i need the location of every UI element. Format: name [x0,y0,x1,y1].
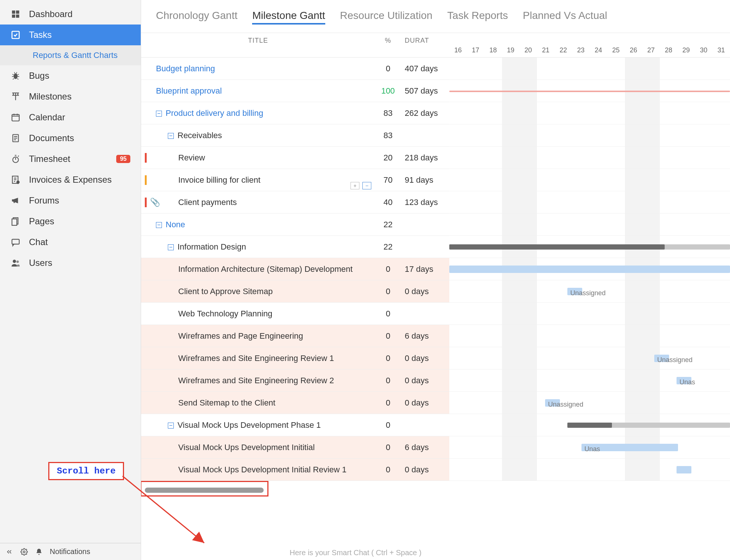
row-title: Wireframes and Site Engineering Review 2 [141,376,375,385]
gantt-task-bar[interactable] [677,466,691,473]
gantt-day: 16 [449,46,467,54]
sidebar-subitem-reports[interactable]: Reports & Gantt Charts [0,45,141,65]
calendar-icon [10,113,21,122]
tab-task-reports[interactable]: Task Reports [447,10,508,25]
sidebar-item-pages[interactable]: Pages [0,211,141,232]
gantt-task-bar[interactable] [677,377,691,384]
table-row[interactable]: −Product delivery and billing83262 days [141,102,449,124]
gantt-row [449,459,730,481]
collapse-icon[interactable]: − [168,423,174,429]
table-row[interactable]: Invoice billing for client+−7091 days [141,169,449,191]
table-row[interactable]: Client to Approve Sitemap00 days [141,280,449,303]
table-row[interactable]: Send Sitemap to the Client00 days [141,392,449,414]
collapse-icon[interactable]: − [156,111,162,117]
pages-icon [10,216,21,226]
svg-rect-13 [12,219,17,225]
row-title: −Visual Mock Ups Development Phase 1 [141,420,375,430]
row-duration: 0 days [401,376,449,385]
chat-icon [10,237,21,247]
gantt-day: 27 [642,46,660,54]
notifications-label[interactable]: Notifications [50,547,90,556]
col-title: TITLE [141,37,375,45]
sidebar-item-dashboard[interactable]: Dashboard [0,4,141,25]
gantt-day: 22 [555,46,572,54]
svg-rect-6 [12,114,19,121]
table-row[interactable]: Information Architecture (Sitemap) Devel… [141,258,449,280]
tab-resource-utilization[interactable]: Resource Utilization [340,10,433,25]
sidebar-item-bugs[interactable]: Bugs [0,65,141,86]
table-row[interactable]: −Information Design22 [141,236,449,258]
collapse-icon[interactable]: − [156,222,162,228]
horizontal-scrollbar[interactable] [145,488,264,493]
collapse-icon[interactable]: − [168,244,174,250]
priority-mark [145,153,147,163]
row-pct: 100 [375,86,401,96]
sidebar-item-chat[interactable]: Chat [0,232,141,253]
table-row[interactable]: Visual Mock Ups Development Inititial06 … [141,436,449,459]
gantt-bar [449,91,730,92]
row-title: Information Architecture (Sitemap) Devel… [141,264,375,274]
gantt-chart[interactable]: 16171819202122232425262728293031 [449,33,730,560]
table-row[interactable]: −Visual Mock Ups Development Phase 10 [141,414,449,436]
table-row[interactable]: Wireframes and Page Engineering06 days [141,325,449,347]
row-duration: 0 days [401,465,449,475]
row-duration: 0 days [401,354,449,363]
sidebar-item-users[interactable]: Users [0,253,141,273]
collapse-icon[interactable] [5,548,13,556]
sidebar-item-label: Documents [29,133,74,143]
gantt-task-bar[interactable] [545,399,560,407]
sidebar-item-label: Dashboard [29,9,72,19]
gantt-row [449,436,730,459]
row-pct: 0 [375,64,401,74]
table-row[interactable]: Web Technology Planning0 [141,303,449,325]
collapse-icon[interactable]: − [168,133,174,139]
priority-mark [145,198,147,207]
table-row[interactable]: Wireframes and Site Engineering Review 2… [141,369,449,392]
table-row[interactable]: −Receivables83 [141,124,449,147]
sidebar-item-calendar[interactable]: Calendar [0,107,141,128]
gantt-task-bar[interactable] [581,444,678,451]
gantt-task-bar[interactable] [654,355,669,362]
sidebar-item-tasks[interactable]: Tasks [0,25,141,45]
sidebar-item-forums[interactable]: Forums [0,190,141,211]
gantt-task-bar[interactable] [567,288,582,295]
sidebar-item-milestones[interactable]: Milestones [0,86,141,107]
smart-chat-hint[interactable]: Here is your Smart Chat ( Ctrl + Space ) [290,548,421,557]
gantt-day: 19 [502,46,519,54]
attachment-icon: 📎 [150,198,160,207]
table-row[interactable]: Wireframes and Site Engineering Review 1… [141,347,449,369]
row-title: Client payments [141,198,375,207]
row-pct: 0 [375,331,401,341]
add-icon[interactable]: + [351,182,359,189]
sidebar-item-timesheet[interactable]: Timesheet95 [0,149,141,169]
row-title: Web Technology Planning [141,309,375,319]
table-row[interactable]: Review20218 days [141,147,449,169]
gantt-row [449,169,730,191]
gantt-day: 23 [572,46,590,54]
table-row[interactable]: Blueprint approval100507 days [141,80,449,102]
bell-icon[interactable] [35,548,43,556]
row-title: Wireframes and Page Engineering [141,331,375,341]
table-row[interactable]: −None22 [141,214,449,236]
tab-planned-vs-actual[interactable]: Planned Vs Actual [523,10,607,25]
row-duration: 0 days [401,398,449,408]
table-row[interactable]: 📎Client payments40123 days [141,191,449,214]
row-title: Visual Mock Ups Development Inititial [141,443,375,452]
minus-icon[interactable]: − [362,182,371,189]
gantt-task-bar[interactable] [449,266,730,273]
row-pct: 0 [375,354,401,363]
sidebar-item-label: Milestones [29,91,72,102]
gantt-row [449,414,730,436]
tab-milestone-gantt[interactable]: Milestone Gantt [252,10,325,25]
row-pct: 0 [375,287,401,296]
sidebar-item-invoices-expenses[interactable]: $Invoices & Expenses [0,169,141,190]
row-pct: 40 [375,198,401,207]
row-pct: 0 [375,420,401,430]
sidebar-item-documents[interactable]: Documents [0,128,141,149]
gear-icon[interactable] [20,548,28,556]
tab-chronology-gantt[interactable]: Chronology Gantt [156,10,237,25]
table-row[interactable]: Visual Mock Ups Development Initial Revi… [141,459,449,481]
gantt-row [449,392,730,414]
row-title: Send Sitemap to the Client [141,398,375,408]
table-row[interactable]: Budget planning0407 days [141,58,449,80]
